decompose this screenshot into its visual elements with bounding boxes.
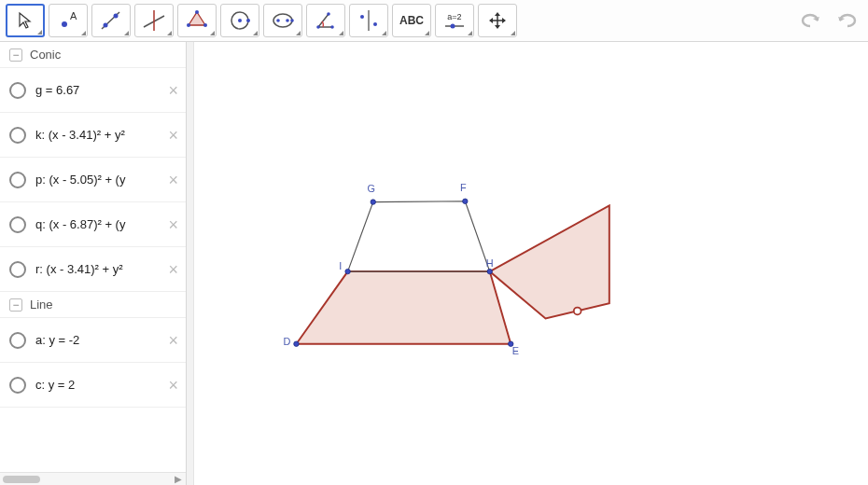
panel-resize-gutter[interactable] [187, 42, 194, 485]
ellipse-tool[interactable] [263, 4, 302, 37]
collapse-icon[interactable]: − [9, 48, 22, 62]
object-row[interactable]: c: y = 2 × [0, 363, 186, 408]
svg-point-10 [187, 23, 190, 27]
object-label: c: y = 2 [35, 378, 176, 392]
collapse-icon[interactable]: − [9, 298, 22, 312]
polygon-upper[interactable] [348, 201, 490, 271]
section-title: Line [30, 298, 53, 312]
svg-point-25 [451, 23, 455, 28]
point-label-G: G [368, 183, 375, 194]
object-label: a: y = -2 [35, 333, 176, 347]
svg-point-23 [373, 22, 377, 26]
delete-icon[interactable]: × [168, 170, 178, 189]
visibility-toggle[interactable] [9, 332, 26, 349]
reflect-tool[interactable] [349, 4, 388, 37]
polygon-tool[interactable] [177, 4, 217, 37]
visibility-toggle[interactable] [9, 82, 26, 99]
point-F[interactable] [463, 199, 468, 203]
point-label-E: E [512, 345, 519, 356]
undo-button[interactable] [795, 7, 827, 35]
svg-point-17 [290, 19, 294, 22]
point-G[interactable] [371, 200, 375, 204]
object-label: q: (x - 6.87)² + (y [35, 217, 176, 231]
sidebar-hscroll[interactable]: ▶ [0, 472, 186, 485]
object-label: g = 6.67 [35, 83, 176, 97]
svg-point-22 [360, 15, 364, 19]
move-view-tool[interactable] [478, 4, 517, 37]
svg-point-0 [62, 21, 67, 27]
redo-button[interactable] [831, 7, 862, 35]
graphics-canvas[interactable]: GFIHDE [194, 42, 868, 485]
delete-icon[interactable]: × [168, 125, 178, 145]
object-row[interactable]: r: (x - 3.41)² + y² × [0, 247, 186, 292]
point-label-H: H [486, 257, 494, 269]
section-header[interactable]: −Conic [0, 42, 186, 68]
move-tool[interactable] [6, 4, 45, 37]
section-header[interactable]: −Line [0, 292, 186, 318]
point-I[interactable] [345, 269, 350, 273]
object-row[interactable]: p: (x - 5.05)² + (y × [0, 158, 186, 202]
svg-point-18 [316, 25, 320, 29]
svg-point-15 [276, 19, 280, 22]
svg-point-12 [238, 19, 242, 22]
polygon-right[interactable] [490, 205, 609, 318]
point-label-F: F [460, 182, 467, 193]
polygon-large[interactable] [296, 271, 511, 344]
point-H[interactable] [487, 269, 492, 273]
toolbar: A ABC [0, 0, 868, 42]
point-label-I: I [339, 260, 342, 271]
svg-point-16 [286, 19, 289, 22]
slider-tool[interactable]: a=2 [435, 4, 474, 37]
visibility-toggle[interactable] [9, 377, 26, 394]
object-row[interactable]: a: y = -2 × [0, 318, 186, 363]
text-tool[interactable]: ABC [392, 4, 431, 37]
visibility-toggle[interactable] [9, 172, 26, 188]
object-label: r: (x - 3.41)² + y² [35, 262, 176, 276]
point-label-D: D [283, 336, 290, 347]
visibility-toggle[interactable] [9, 261, 26, 278]
line-tool[interactable] [91, 4, 131, 37]
svg-point-8 [195, 10, 199, 14]
svg-point-19 [330, 25, 334, 29]
object-row[interactable]: k: (x - 3.41)² + y² × [0, 113, 186, 158]
object-row[interactable]: q: (x - 6.87)² + (y × [0, 202, 186, 247]
svg-point-13 [246, 19, 250, 22]
angle-tool[interactable] [306, 4, 345, 37]
visibility-toggle[interactable] [9, 216, 26, 233]
delete-icon[interactable]: × [168, 80, 178, 100]
perpendicular-tool[interactable] [134, 4, 174, 37]
delete-icon[interactable]: × [168, 330, 178, 350]
circle-tool[interactable] [220, 4, 259, 37]
algebra-sidebar: −Conic g = 6.67 × k: (x - 3.41)² + y² × … [0, 42, 187, 485]
object-label: p: (x - 5.05)² + (y [35, 173, 176, 187]
svg-point-4 [114, 14, 119, 19]
section-title: Conic [30, 48, 61, 62]
delete-icon[interactable]: × [168, 375, 178, 395]
object-row[interactable]: g = 6.67 × [0, 68, 186, 113]
point-tool[interactable]: A [49, 4, 88, 37]
delete-icon[interactable]: × [168, 259, 178, 279]
svg-marker-7 [189, 12, 205, 25]
point-D[interactable] [294, 341, 299, 346]
svg-point-20 [327, 12, 330, 16]
svg-point-9 [203, 23, 207, 27]
svg-text:A: A [70, 10, 77, 21]
svg-point-3 [104, 23, 108, 28]
svg-point-14 [273, 14, 292, 27]
delete-icon[interactable]: × [168, 215, 178, 234]
object-label: k: (x - 3.41)² + y² [35, 128, 176, 142]
midpoint-marker[interactable] [574, 308, 581, 315]
visibility-toggle[interactable] [9, 127, 26, 144]
